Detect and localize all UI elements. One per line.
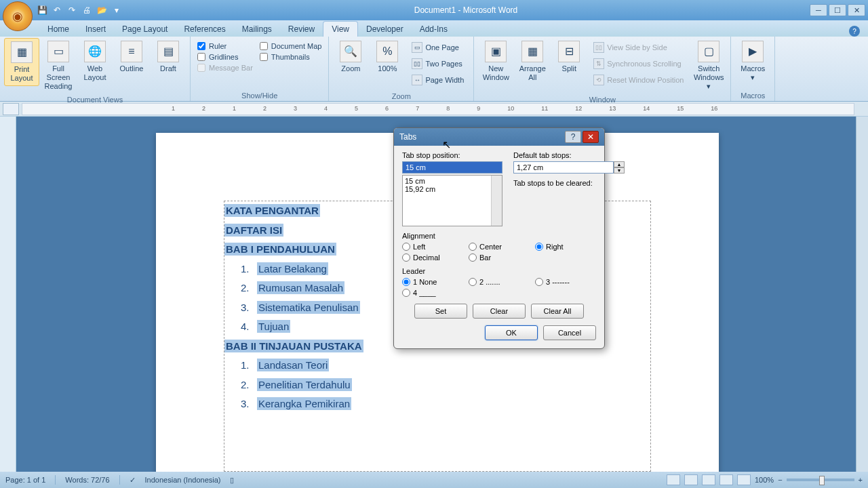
group-show-hide: Ruler Gridlines Message Bar Document Map… (191, 37, 329, 101)
align-decimal-radio[interactable]: Decimal (402, 253, 463, 262)
tab-references[interactable]: References (176, 22, 233, 37)
view-outline-icon[interactable] (719, 474, 733, 485)
view-draft-icon[interactable] (737, 474, 751, 485)
tab-home[interactable]: Home (39, 22, 77, 37)
zoom-100-button[interactable]: %100% (370, 38, 405, 76)
align-center-radio[interactable]: Center (469, 243, 530, 251)
document-map-checkbox[interactable]: Document Map (260, 42, 322, 50)
zoom-level[interactable]: 100% (755, 476, 774, 484)
close-button[interactable]: ✕ (848, 4, 865, 16)
sync-scrolling-button: ⇅Synchronous Scrolling (591, 57, 687, 70)
zoom-slider[interactable] (787, 479, 854, 481)
dialog-close-button[interactable]: ✕ (583, 131, 599, 143)
cancel-button[interactable]: Cancel (543, 325, 596, 340)
switch-windows-button[interactable]: ▢Switch Windows▾ (691, 38, 726, 94)
dialog-title: Tabs (399, 132, 416, 142)
qat-open-icon[interactable]: 📂 (96, 5, 107, 16)
macros-button[interactable]: ▶Macros▾ (735, 38, 770, 85)
tab-developer[interactable]: Developer (358, 22, 412, 37)
qat-redo-icon[interactable]: ↷ (66, 5, 77, 16)
alignment-group: Left Center Right Decimal Bar (402, 243, 596, 262)
two-pages-button[interactable]: ▯▯Two Pages (409, 57, 467, 70)
gridlines-checkbox[interactable]: Gridlines (197, 53, 253, 61)
zoom-out-button[interactable]: − (778, 476, 782, 484)
help-icon[interactable]: ? (849, 26, 860, 37)
tab-review[interactable]: Review (280, 22, 323, 37)
default-tab-stops-spinner[interactable]: ▲▼ (513, 161, 625, 174)
leader-1-radio[interactable]: 1 None (402, 278, 463, 286)
spin-down-icon[interactable]: ▼ (614, 167, 625, 174)
ruler-checkbox[interactable]: Ruler (197, 42, 253, 50)
spin-up-icon[interactable]: ▲ (614, 161, 625, 167)
zoom-button[interactable]: 🔍Zoom (333, 38, 368, 76)
view-fullscreen-icon[interactable] (684, 474, 698, 485)
group-label: Zoom (333, 91, 469, 102)
document-line[interactable]: 2.Penelitian Terdahulu (224, 375, 650, 395)
qat-more-icon[interactable]: ▾ (111, 5, 122, 16)
tab-mailings[interactable]: Mailings (234, 22, 280, 37)
status-words[interactable]: Words: 72/76 (65, 476, 109, 484)
align-right-radio[interactable]: Right (535, 243, 596, 251)
page-width-button[interactable]: ↔Page Width (409, 73, 467, 87)
view-web-icon[interactable] (702, 474, 715, 485)
qat-print-icon[interactable]: 🖨 (81, 5, 92, 16)
set-button[interactable]: Set (414, 304, 467, 319)
dialog-titlebar[interactable]: Tabs ? ✕ (394, 128, 604, 146)
tab-view[interactable]: View (323, 21, 358, 37)
ribbon-tabs: Home Insert Page Layout References Maili… (0, 20, 868, 37)
vertical-ruler[interactable] (0, 117, 16, 472)
tab-add-ins[interactable]: Add-Ins (412, 22, 456, 37)
ok-button[interactable]: OK (485, 325, 538, 340)
leader-label: Leader (402, 267, 596, 275)
align-bar-radio[interactable]: Bar (469, 253, 530, 262)
proofing-icon[interactable]: ✓ (130, 476, 136, 485)
status-page[interactable]: Page: 1 of 1 (5, 476, 45, 484)
thumbnails-checkbox[interactable]: Thumbnails (260, 53, 322, 61)
document-line[interactable]: 3.Kerangka Pemikiran (224, 394, 650, 414)
default-tab-stops-input[interactable] (513, 161, 614, 174)
ribbon: ▦Print Layout ▭Full Screen Reading 🌐Web … (0, 37, 868, 102)
tab-insert[interactable]: Insert (77, 22, 114, 37)
insert-mode-icon[interactable]: ▯ (230, 476, 234, 485)
qat-undo-icon[interactable]: ↶ (52, 5, 62, 16)
group-macros: ▶Macros▾ Macros (731, 37, 775, 101)
web-layout-button[interactable]: 🌐Web Layout (77, 38, 113, 85)
leader-2-radio[interactable]: 2 ....... (469, 278, 530, 286)
outline-button[interactable]: ≡Outline (114, 38, 149, 76)
message-bar-checkbox: Message Bar (197, 64, 253, 72)
quick-access-toolbar: 💾 ↶ ↷ 🖨 📂 ▾ (37, 5, 122, 16)
tab-stop-position-input[interactable] (402, 161, 502, 174)
view-side-by-side-button: ▯▯View Side by Side (591, 41, 687, 54)
tab-stop-list[interactable]: 15 cm 15,92 cm (402, 175, 502, 226)
list-item[interactable]: 15 cm (405, 177, 500, 185)
split-button[interactable]: ⊟Split (551, 38, 587, 76)
full-screen-reading-button[interactable]: ▭Full Screen Reading (41, 38, 76, 94)
status-bar: Page: 1 of 1 Words: 72/76 ✓ Indonesian (… (0, 472, 868, 488)
horizontal-ruler[interactable]: 1212345678910111213141516 (22, 103, 854, 115)
status-language[interactable]: Indonesian (Indonesia) (145, 476, 221, 484)
ruler-corner[interactable] (3, 103, 19, 115)
leader-4-radio[interactable]: 4 ____ (402, 289, 463, 297)
one-page-button[interactable]: ▭One Page (409, 41, 467, 54)
leader-3-radio[interactable]: 3 ------- (535, 278, 596, 286)
arrange-all-button[interactable]: ▦Arrange All (515, 38, 550, 85)
new-window-button[interactable]: ▣New Window (478, 38, 513, 85)
print-layout-button[interactable]: ▦Print Layout (4, 38, 39, 86)
group-document-views: ▦Print Layout ▭Full Screen Reading 🌐Web … (0, 37, 191, 101)
clear-all-button[interactable]: Clear All (531, 304, 584, 319)
draft-button[interactable]: ▤Draft (151, 38, 186, 76)
maximize-button[interactable]: ☐ (829, 4, 846, 16)
dialog-help-button[interactable]: ? (565, 131, 581, 143)
zoom-in-button[interactable]: + (859, 476, 863, 484)
view-print-layout-icon[interactable] (667, 474, 680, 485)
vertical-scrollbar[interactable] (856, 117, 868, 472)
tab-page-layout[interactable]: Page Layout (114, 22, 176, 37)
minimize-button[interactable]: ─ (810, 4, 827, 16)
qat-save-icon[interactable]: 💾 (37, 5, 47, 16)
window-title: Document1 - Microsoft Word (122, 5, 810, 15)
office-button[interactable]: ◉ (3, 1, 33, 31)
document-line[interactable]: 1.Landasan Teori (224, 356, 650, 375)
clear-button[interactable]: Clear (473, 304, 526, 319)
list-item[interactable]: 15,92 cm (405, 185, 500, 193)
align-left-radio[interactable]: Left (402, 243, 463, 251)
